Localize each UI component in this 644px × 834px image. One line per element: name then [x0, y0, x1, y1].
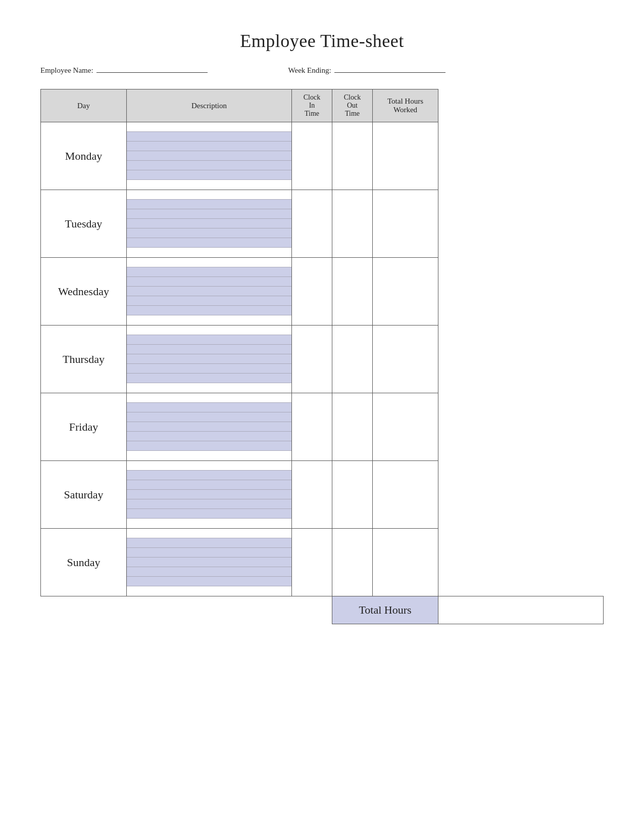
table-row: Wednesday — [41, 258, 604, 326]
desc-line[interactable] — [127, 296, 291, 306]
clock-in-cell-sunday[interactable] — [292, 529, 332, 596]
form-row: Employee Name: Week Ending: — [40, 64, 604, 75]
desc-line[interactable] — [127, 509, 291, 519]
week-ending-input[interactable] — [334, 64, 445, 73]
employee-name-input[interactable] — [96, 64, 208, 73]
clock-in-cell-thursday[interactable] — [292, 326, 332, 393]
desc-line[interactable] — [127, 209, 291, 219]
desc-line[interactable] — [127, 326, 291, 335]
clock-out-cell-thursday[interactable] — [332, 326, 373, 393]
desc-line[interactable] — [127, 461, 291, 471]
desc-line[interactable] — [127, 451, 291, 460]
desc-line[interactable] — [127, 422, 291, 432]
desc-line[interactable] — [127, 267, 291, 277]
clock-out-cell-friday[interactable] — [332, 393, 373, 461]
desc-cell-friday[interactable] — [127, 393, 292, 461]
table-row: Thursday — [41, 326, 604, 393]
desc-line[interactable] — [127, 577, 291, 586]
desc-cell-wednesday[interactable] — [127, 258, 292, 326]
desc-line[interactable] — [127, 335, 291, 345]
timesheet-table: Day Description ClockInTime ClockOutTime… — [40, 89, 604, 624]
desc-line[interactable] — [127, 161, 291, 170]
desc-line[interactable] — [127, 345, 291, 354]
total-hours-row: Total Hours — [41, 596, 604, 624]
desc-line[interactable] — [127, 122, 291, 132]
desc-line[interactable] — [127, 441, 291, 451]
employee-name-field: Employee Name: — [40, 64, 208, 75]
page-title: Employee Time-sheet — [40, 30, 604, 52]
desc-line[interactable] — [127, 519, 291, 528]
clock-out-cell-sunday[interactable] — [332, 529, 373, 596]
week-ending-label: Week Ending: — [288, 66, 331, 75]
desc-cell-sunday[interactable] — [127, 529, 292, 596]
desc-line[interactable] — [127, 374, 291, 383]
clock-out-cell-wednesday[interactable] — [332, 258, 373, 326]
total-hours-column-header: Total Hours Worked — [373, 89, 438, 122]
desc-line[interactable] — [127, 180, 291, 190]
desc-line[interactable] — [127, 538, 291, 548]
desc-line[interactable] — [127, 315, 291, 325]
desc-line[interactable] — [127, 354, 291, 364]
clock-in-cell-tuesday[interactable] — [292, 190, 332, 258]
desc-cell-monday[interactable] — [127, 122, 292, 190]
day-cell-tuesday: Tuesday — [41, 190, 127, 258]
clock-in-cell-saturday[interactable] — [292, 461, 332, 529]
desc-line[interactable] — [127, 277, 291, 287]
desc-line[interactable] — [127, 238, 291, 248]
desc-line[interactable] — [127, 558, 291, 567]
desc-cell-saturday[interactable] — [127, 461, 292, 529]
total-hours-cell-sunday[interactable] — [373, 529, 438, 596]
desc-cell-thursday[interactable] — [127, 326, 292, 393]
total-row-empty — [41, 596, 332, 624]
desc-line[interactable] — [127, 480, 291, 490]
desc-line[interactable] — [127, 383, 291, 393]
total-hours-cell-tuesday[interactable] — [373, 190, 438, 258]
desc-line[interactable] — [127, 170, 291, 180]
total-hours-label: Total Hours — [332, 596, 438, 624]
desc-line[interactable] — [127, 228, 291, 238]
clock-out-cell-saturday[interactable] — [332, 461, 373, 529]
desc-line[interactable] — [127, 499, 291, 509]
desc-line[interactable] — [127, 190, 291, 200]
desc-line[interactable] — [127, 548, 291, 558]
clock-out-column-header: ClockOutTime — [332, 89, 373, 122]
desc-line[interactable] — [127, 490, 291, 499]
desc-line[interactable] — [127, 529, 291, 538]
desc-line[interactable] — [127, 219, 291, 228]
desc-line[interactable] — [127, 200, 291, 209]
desc-line[interactable] — [127, 142, 291, 151]
total-hours-cell-saturday[interactable] — [373, 461, 438, 529]
day-cell-saturday: Saturday — [41, 461, 127, 529]
desc-line[interactable] — [127, 567, 291, 577]
desc-cell-tuesday[interactable] — [127, 190, 292, 258]
desc-line[interactable] — [127, 364, 291, 374]
table-row: Friday — [41, 393, 604, 461]
day-cell-sunday: Sunday — [41, 529, 127, 596]
desc-line[interactable] — [127, 432, 291, 441]
clock-out-cell-tuesday[interactable] — [332, 190, 373, 258]
total-hours-cell-monday[interactable] — [373, 122, 438, 190]
desc-line[interactable] — [127, 412, 291, 422]
desc-line[interactable] — [127, 287, 291, 296]
desc-line[interactable] — [127, 151, 291, 161]
total-hours-cell-wednesday[interactable] — [373, 258, 438, 326]
desc-line[interactable] — [127, 471, 291, 480]
desc-line[interactable] — [127, 258, 291, 267]
desc-line[interactable] — [127, 403, 291, 412]
total-hours-cell-thursday[interactable] — [373, 326, 438, 393]
desc-line[interactable] — [127, 586, 291, 596]
clock-out-cell-monday[interactable] — [332, 122, 373, 190]
desc-line[interactable] — [127, 248, 291, 257]
table-row: Saturday — [41, 461, 604, 529]
clock-in-cell-wednesday[interactable] — [292, 258, 332, 326]
desc-line[interactable] — [127, 306, 291, 315]
table-row: Sunday — [41, 529, 604, 596]
day-cell-monday: Monday — [41, 122, 127, 190]
week-ending-field: Week Ending: — [288, 64, 445, 75]
clock-in-cell-monday[interactable] — [292, 122, 332, 190]
clock-in-cell-friday[interactable] — [292, 393, 332, 461]
desc-line[interactable] — [127, 132, 291, 142]
desc-line[interactable] — [127, 393, 291, 403]
total-hours-value[interactable] — [438, 596, 604, 624]
total-hours-cell-friday[interactable] — [373, 393, 438, 461]
